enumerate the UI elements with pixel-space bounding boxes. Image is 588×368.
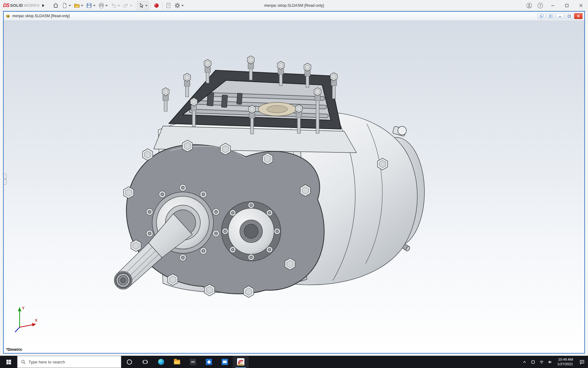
open-button[interactable] — [73, 1, 85, 10]
edge-icon — [158, 359, 164, 365]
taskbar-search[interactable] — [17, 356, 121, 368]
cortana-button[interactable] — [121, 356, 137, 368]
dropdown-caret-icon[interactable] — [105, 5, 108, 8]
x-axis-arrow — [32, 323, 36, 327]
edge-browser-button[interactable] — [153, 356, 169, 368]
windows-taskbar: 2021 10:49 AM 1/27/2021 — [0, 356, 588, 368]
save-icon — [86, 2, 92, 9]
system-tray: 10:49 AM 1/27/2021 — [520, 356, 588, 368]
clock-time: 10:49 AM — [558, 357, 573, 362]
network-button[interactable] — [537, 356, 546, 368]
solidworks-logo: DS SOLIDWORKS — [3, 3, 46, 8]
app-button-2[interactable] — [201, 356, 217, 368]
solidworks-version-badge: 2021 — [238, 363, 244, 366]
app-button-1[interactable] — [185, 356, 201, 368]
view-orientation-label: *Dimetric — [6, 347, 22, 352]
task-view-icon — [142, 359, 148, 365]
minimize-icon — [558, 14, 562, 18]
home-icon — [53, 2, 59, 9]
doc-close-button[interactable] — [574, 13, 582, 19]
dropdown-caret-icon[interactable] — [93, 5, 96, 8]
search-icon — [21, 359, 26, 364]
task-view-button[interactable] — [137, 356, 153, 368]
app-minimize-button[interactable] — [546, 0, 560, 11]
undo-button[interactable] — [109, 1, 121, 10]
save-button[interactable] — [85, 1, 97, 10]
graphics-viewport[interactable]: Y X *Dimetric — [4, 20, 584, 353]
gearbox-3d-model — [4, 20, 584, 353]
redo-button[interactable] — [122, 1, 134, 10]
doc-restore-button[interactable] — [565, 13, 573, 19]
window-split-icon — [549, 14, 553, 18]
window-pane-icon — [540, 14, 544, 18]
open-folder-icon — [74, 2, 80, 9]
volume-icon — [548, 360, 552, 364]
gear-icon — [174, 2, 180, 9]
dassault-logo-icon: DS — [3, 3, 9, 8]
y-axis-arrow — [18, 307, 21, 311]
help-icon: ? — [537, 2, 543, 9]
3dexperience-button[interactable] — [152, 1, 161, 10]
action-center-button[interactable] — [576, 356, 588, 368]
select-cursor-icon — [138, 2, 144, 9]
photos-app-icon — [206, 359, 212, 365]
dropdown-caret-icon[interactable] — [118, 5, 120, 8]
chevron-up-icon — [522, 360, 527, 364]
file-explorer-icon — [174, 360, 180, 364]
new-document-button[interactable] — [60, 1, 72, 10]
triad-x-label: X — [35, 318, 37, 323]
search-input[interactable] — [28, 360, 118, 364]
print-button[interactable] — [97, 1, 109, 10]
dropdown-caret-icon[interactable] — [145, 5, 148, 8]
file-explorer-button[interactable] — [169, 356, 185, 368]
dropdown-caret-icon[interactable] — [69, 5, 71, 8]
restore-icon — [567, 14, 571, 18]
select-tool-button[interactable] — [137, 1, 149, 10]
triad-y-label: Y — [22, 306, 24, 310]
taskbar-clock[interactable]: 10:49 AM 1/27/2021 — [555, 356, 576, 368]
countershaft-cover — [221, 201, 281, 261]
z-axis-line — [15, 327, 20, 332]
redo-icon — [123, 2, 129, 9]
cortana-icon — [127, 359, 132, 365]
monitor-app-icon — [222, 359, 228, 365]
close-icon — [576, 14, 580, 18]
quick-access-toolbar — [51, 0, 185, 11]
title-bar-controls: ? — [524, 0, 588, 11]
start-button[interactable] — [0, 356, 17, 368]
options-button[interactable] — [173, 1, 185, 10]
account-button[interactable] — [524, 0, 535, 11]
document-window: menjac sklop.SLDASM [Read-only] — [3, 11, 585, 354]
close-icon — [579, 4, 583, 7]
brand-flyout-arrow-icon[interactable] — [42, 4, 46, 7]
dropdown-caret-icon[interactable] — [130, 5, 132, 8]
doc-minimize-button[interactable] — [556, 13, 564, 19]
app-close-button[interactable] — [574, 0, 588, 11]
doc-window-split-button[interactable] — [547, 13, 555, 19]
app-maximize-button[interactable] — [560, 0, 574, 11]
brand-works-text: WORKS — [24, 3, 40, 8]
document-window-controls — [537, 13, 582, 19]
featuremanager-collapsed-tab[interactable] — [4, 174, 7, 185]
solidworks-taskbar-button[interactable]: 2021 — [233, 356, 249, 368]
windows-start-icon — [6, 359, 11, 365]
home-button[interactable] — [51, 1, 60, 10]
dropdown-caret-icon[interactable] — [81, 5, 83, 8]
tray-app-button[interactable] — [529, 356, 537, 368]
clock-date: 1/27/2021 — [557, 362, 573, 366]
toolbar-separator — [135, 2, 135, 9]
tray-app-icon — [531, 360, 535, 364]
app-window-title: menjac sklop.SLDASM [Read-only] — [264, 3, 324, 8]
desktop-screen: DS SOLIDWORKS — [0, 0, 588, 368]
network-wifi-icon — [539, 360, 544, 364]
dropdown-caret-icon[interactable] — [181, 5, 184, 8]
volume-button[interactable] — [546, 356, 555, 368]
red-sphere-icon — [153, 2, 160, 9]
help-button[interactable]: ? — [535, 0, 546, 11]
document-title-bar[interactable]: menjac sklop.SLDASM [Read-only] — [4, 12, 584, 20]
doc-window-pane-button[interactable] — [537, 13, 546, 19]
user-avatar-icon — [526, 2, 532, 9]
file-properties-button[interactable] — [164, 1, 173, 10]
hidden-icons-button[interactable] — [520, 356, 529, 368]
app-button-3[interactable] — [217, 356, 233, 368]
